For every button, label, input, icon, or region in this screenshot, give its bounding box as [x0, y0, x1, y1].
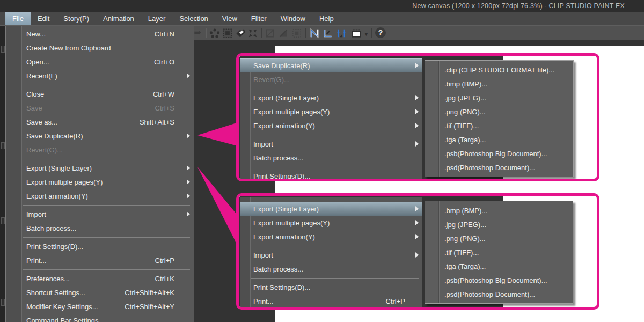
menu-item[interactable]: Export (Single Layer): [6, 161, 194, 175]
toolbar-separator: [371, 28, 372, 38]
menu-item[interactable]: Save Duplicate(R): [240, 58, 422, 72]
menu-item[interactable]: .jpg (JPEG)...: [425, 217, 573, 231]
menu-item[interactable]: .psb(Photoshop Big Document)...: [425, 273, 573, 287]
menu-item[interactable]: .psb(Photoshop Big Document)...: [425, 147, 573, 160]
menu-item[interactable]: Import: [240, 248, 422, 262]
menu-item[interactable]: .tga (Targa)...: [425, 259, 573, 273]
dock-handle-icon[interactable]: [1, 217, 5, 224]
menu-item[interactable]: .tif (TIFF)...: [425, 119, 573, 133]
special-ruler-snap-icon[interactable]: [322, 27, 334, 39]
menu-separator: [240, 133, 422, 137]
menu-item[interactable]: .bmp (BMP)...: [425, 77, 573, 91]
dock-handle-icon[interactable]: [1, 299, 5, 306]
menu-item[interactable]: .tga (Targa)...: [425, 133, 573, 147]
dock-handle-icon[interactable]: [1, 46, 5, 53]
menu-item[interactable]: Export animation(Y): [240, 230, 422, 244]
menu-item[interactable]: Export multiple pages(Y): [240, 105, 422, 119]
menubar-item-label: Story(P): [63, 14, 89, 23]
paste-marquee-icon[interactable]: [222, 27, 233, 39]
callout1-menu-items: Save Duplicate(R) Revert(G)... Export (S…: [240, 58, 422, 179]
select-dots-icon[interactable]: [209, 27, 221, 39]
menu-item-label: Print Settings(D)...: [253, 283, 310, 291]
menu-item[interactable]: Print Settings(D)...: [6, 239, 194, 253]
menu-item[interactable]: Batch process...: [240, 262, 422, 276]
menu-item[interactable]: .png (PNG)...: [425, 231, 573, 245]
menu-item[interactable]: Open... Ctrl+O: [6, 55, 194, 69]
menu-item[interactable]: Export multiple pages(Y): [240, 216, 422, 230]
menu-item-label: .clip (CLIP STUDIO FORMAT file)...: [444, 66, 554, 74]
menu-separator: [240, 244, 422, 248]
menu-item-label: .tga (Targa)...: [444, 136, 486, 144]
menu-item[interactable]: Recent(F): [6, 69, 194, 83]
menu-item[interactable]: New... Ctrl+N: [6, 27, 194, 41]
title-bar: New canvas (1200 x 1200px 72dpi 76.3%) -…: [0, 0, 644, 12]
menubar-item-label: Edit: [38, 14, 49, 23]
transform-icon[interactable]: [247, 27, 259, 39]
menu-item[interactable]: .psd(Photoshop Document)...: [425, 160, 573, 174]
file-menu-dropdown: New... Ctrl+N Create New from Clipboard …: [5, 26, 194, 322]
menu-item[interactable]: Print... Ctrl+P: [240, 294, 422, 307]
menu-item[interactable]: .bmp (BMP)...: [425, 203, 573, 217]
menu-item-shortcut: Ctrl+O: [154, 58, 194, 66]
menu-item[interactable]: Export (Single Layer): [240, 202, 422, 216]
menu-item[interactable]: Create New from Clipboard: [6, 41, 194, 55]
menubar-item[interactable]: Filter: [244, 12, 274, 25]
menubar-item-label: Window: [281, 14, 305, 23]
menu-item[interactable]: .tif (TIFF)...: [425, 245, 573, 259]
border-disabled-icon: [291, 27, 303, 39]
fill-bucket-icon[interactable]: [235, 27, 246, 39]
menu-item[interactable]: Save Duplicate(R): [6, 129, 194, 143]
menu-item[interactable]: Save as... Shift+Alt+S: [6, 115, 194, 129]
menubar-item-label: Layer: [148, 14, 166, 23]
menu-item-label: Batch process...: [26, 224, 76, 232]
menu-item[interactable]: Export multiple pages(Y): [6, 175, 194, 189]
menubar-item[interactable]: Edit: [31, 12, 56, 25]
menu-item[interactable]: Import: [6, 207, 194, 221]
menu-item[interactable]: Batch process...: [240, 151, 422, 165]
menu-item[interactable]: .psd(Photoshop Document)...: [425, 287, 573, 301]
callout2-menu-items: Export (Single Layer) Export multiple pa…: [240, 197, 422, 307]
menu-item[interactable]: Close Ctrl+W: [6, 87, 194, 101]
menu-item[interactable]: Export (Single Layer): [240, 91, 422, 105]
menubar-item[interactable]: Selection: [172, 12, 215, 25]
window-area-icon[interactable]: [350, 27, 362, 39]
menu-item[interactable]: Export animation(Y): [240, 119, 422, 133]
menu-item[interactable]: Shortcut Settings... Ctrl+Shift+Alt+K: [6, 286, 194, 299]
menu-item[interactable]: Modifier Key Settings... Ctrl+Shift+Alt+…: [6, 299, 194, 313]
menubar-item[interactable]: File: [5, 12, 31, 25]
dropdown-caret-icon[interactable]: ▼: [364, 32, 369, 37]
menu-item[interactable]: .clip (CLIP STUDIO FORMAT file)...: [425, 63, 573, 77]
menu-item[interactable]: Batch process...: [6, 221, 194, 235]
menu-item[interactable]: .jpg (JPEG)...: [425, 91, 573, 105]
callout-pointer-2: [197, 167, 241, 253]
menu-item-label: Shortcut Settings...: [26, 289, 85, 297]
menu-item[interactable]: Print... Ctrl+P: [6, 253, 194, 267]
menubar-item[interactable]: Layer: [141, 12, 173, 25]
file-menu-items: New... Ctrl+N Create New from Clipboard …: [6, 27, 194, 322]
menubar-item[interactable]: Story(P): [56, 12, 96, 25]
menu-item-label: .bmp (BMP)...: [444, 207, 487, 215]
menubar-item[interactable]: View: [215, 12, 244, 25]
callout2-menu: Export (Single Layer) Export multiple pa…: [240, 197, 422, 307]
help-icon[interactable]: ?: [375, 27, 386, 38]
menu-item-label: .psb(Photoshop Big Document)...: [444, 276, 547, 284]
menubar-item[interactable]: Animation: [96, 12, 141, 25]
menubar-item[interactable]: Help: [312, 12, 341, 25]
menu-item[interactable]: Print Settings(D)...: [240, 280, 422, 294]
menu-item-label: .tga (Targa)...: [444, 262, 486, 270]
menu-item[interactable]: Print Settings(D)...: [240, 169, 422, 179]
menu-item[interactable]: Export animation(Y): [6, 189, 194, 203]
dock-handle-icon[interactable]: [1, 142, 5, 149]
callout-pointer-1: [197, 121, 241, 147]
menu-item[interactable]: .png (PNG)...: [425, 105, 573, 119]
guide-snap-icon[interactable]: [335, 27, 347, 39]
menubar-item[interactable]: Window: [274, 12, 312, 25]
menu-separator: [6, 83, 194, 87]
menu-item-label: .tif (TIFF)...: [444, 122, 479, 130]
menu-item[interactable]: Preferences... Ctrl+K: [6, 272, 194, 286]
menu-item-label: Recent(F): [26, 72, 57, 80]
menu-item[interactable]: Command Bar Settings...: [6, 313, 194, 322]
ruler-snap-icon[interactable]: [309, 27, 320, 39]
menu-item-label: Export (Single Layer): [26, 164, 92, 172]
menu-item[interactable]: Import: [240, 137, 422, 151]
